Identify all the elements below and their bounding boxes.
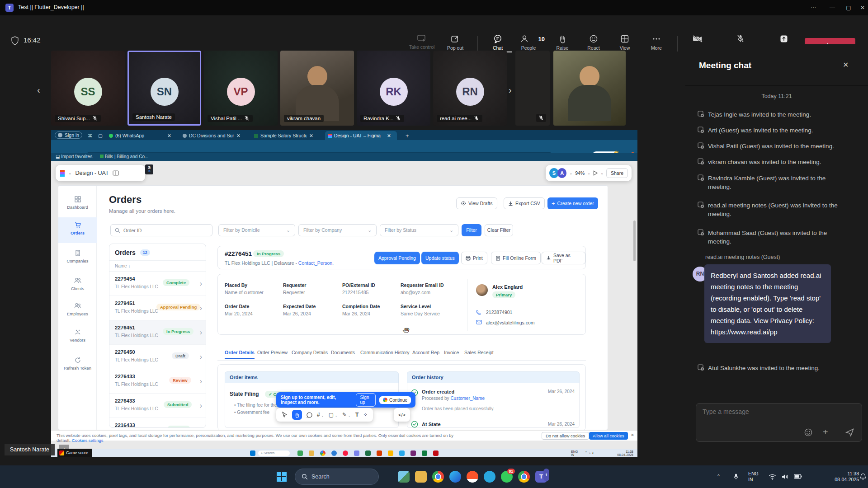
participant-tile-video[interactable]: vikram chavan	[280, 51, 354, 126]
taskbar-icon-chrome[interactable]	[432, 471, 444, 483]
chat-input-box[interactable]: +	[696, 403, 862, 442]
taskbar-icon-chrome-2[interactable]	[518, 471, 530, 483]
component-tool-icon[interactable]: ⁘	[363, 412, 368, 418]
shared-taskbar-icon[interactable]	[309, 450, 314, 456]
shared-taskbar-icon[interactable]	[433, 450, 439, 456]
tab-close-icon[interactable]: ✕	[309, 133, 313, 138]
maximize-button[interactable]: ▢	[842, 4, 855, 12]
tab-close-icon[interactable]: ✕	[236, 133, 241, 138]
create-new-order-button[interactable]: +Create new order	[547, 197, 598, 209]
participant-tile[interactable]: RK Ravindra K...	[357, 51, 430, 126]
filter-button[interactable]: Filter	[462, 224, 481, 236]
cookies-settings-link[interactable]: Cookies settings	[72, 438, 104, 443]
list-column-header[interactable]: Name ↓	[109, 260, 206, 272]
tab-company-details[interactable]: Company Details	[292, 350, 328, 355]
sidebar-item-clients[interactable]: Clients	[58, 277, 97, 291]
print-button[interactable]: Print	[461, 252, 487, 264]
tab-account-rep[interactable]: Account Rep	[412, 350, 439, 355]
tab-order-details[interactable]: Order Details	[225, 350, 255, 359]
tray-mic-icon[interactable]	[732, 473, 740, 481]
browser-tab-active[interactable]: Design - UAT – Figma✕	[325, 131, 397, 140]
contact-person-link[interactable]: Contact_Person.	[298, 260, 334, 266]
tiles-scroll-left-icon[interactable]: ‹	[37, 85, 40, 95]
filter-company-select[interactable]: Filter by Company⌄	[298, 224, 377, 236]
attach-plus-icon[interactable]: +	[823, 427, 828, 437]
taskbar-icon-whatsapp[interactable]: 81	[501, 471, 513, 483]
chat-button[interactable]: Chat	[483, 34, 512, 52]
participant-tile-video[interactable]	[553, 51, 626, 126]
browser-tab[interactable]: DC Divisions and Surroundings✕	[180, 131, 246, 140]
contact-email[interactable]: alex@vstatefilings.com	[486, 320, 535, 325]
order-id-input[interactable]	[123, 228, 200, 233]
shared-taskbar-icon[interactable]	[320, 450, 326, 456]
tray-language[interactable]: ENGIN	[748, 471, 759, 483]
shared-taskbar-icon[interactable]	[297, 450, 303, 456]
order-row[interactable]: 2276433 TL Flex Holdings LLC Review ›	[109, 369, 206, 394]
order-id-search[interactable]	[110, 224, 212, 236]
figma-menu-chevron-icon[interactable]: ⌄	[68, 171, 72, 175]
fill-online-form-button[interactable]: Fill Online Form	[491, 252, 541, 264]
minimize-button[interactable]: —	[826, 4, 839, 12]
shared-taskbar-icon[interactable]	[354, 450, 359, 456]
hand-tool-icon-active[interactable]	[292, 410, 302, 420]
figma-share-button[interactable]: Share	[606, 168, 628, 178]
shape-tool-icon[interactable]: ▢ ⌄	[329, 412, 338, 418]
tray-battery-icon[interactable]	[794, 474, 802, 479]
taskbar-icon-explorer[interactable]	[415, 471, 427, 483]
raise-hand-button[interactable]: Raise	[548, 34, 577, 51]
allow-cookies-button[interactable]: Allow all cookies	[589, 432, 628, 440]
new-tab-icon[interactable]: +	[403, 131, 412, 140]
sidebar-item-employees[interactable]: Employees	[58, 302, 97, 316]
participant-tile[interactable]: VP Vishal Patil ...	[204, 51, 278, 126]
shared-taskbar-icon[interactable]	[388, 450, 393, 456]
sidebar-item-vendors[interactable]: Vendors	[58, 328, 97, 343]
approval-pending-button[interactable]: Approval Pending	[374, 252, 420, 264]
bookmark-item[interactable]: Bills | Billing and Co...	[100, 154, 148, 159]
comment-tool-icon[interactable]	[307, 412, 312, 418]
workspaces-icon[interactable]: ⌘	[85, 131, 95, 140]
taskbar-icon-telegram[interactable]	[484, 471, 495, 483]
export-csv-button[interactable]: Export CSV	[504, 197, 545, 209]
sidebar-item-companies[interactable]: Companies	[58, 249, 97, 263]
tab-sales-receipt[interactable]: Sales Receipt	[464, 350, 494, 355]
view-drafts-button[interactable]: View Drafts	[456, 197, 497, 209]
taskbar-icon-edge[interactable]	[449, 471, 461, 483]
tab-actions-icon[interactable]: ▢	[95, 131, 105, 140]
pen-tool-icon[interactable]: ✎ ⌄	[342, 412, 351, 418]
chat-close-icon[interactable]: ✕	[843, 61, 849, 69]
shared-taskbar-icon[interactable]	[410, 450, 416, 456]
tab-close-icon[interactable]: ✕	[387, 133, 391, 138]
participant-tile-speaking[interactable]: SN Santosh Narate	[127, 51, 201, 126]
clear-filter-button[interactable]: Clear Filter	[485, 224, 513, 236]
shared-taskbar-icon[interactable]	[377, 450, 382, 456]
cookie-close-icon[interactable]: ✕	[631, 432, 634, 437]
send-icon[interactable]	[845, 428, 854, 437]
browser-tab[interactable]: Sample Salary Structure with calc✕	[251, 131, 319, 140]
more-button[interactable]: More	[642, 34, 671, 51]
react-button[interactable]: React	[579, 34, 608, 51]
order-row-selected[interactable]: 2276451 TL Flex Holdings LLC In Progress…	[109, 320, 206, 345]
tray-expand-icon[interactable]: ⌃	[717, 474, 721, 479]
canvas-scrollbar[interactable]	[633, 221, 636, 261]
tiles-scroll-right-icon[interactable]: ›	[509, 85, 512, 95]
present-chevron-icon[interactable]: ⌄	[600, 171, 604, 175]
tab-communication-history[interactable]: Communication History	[360, 350, 410, 355]
customer-name-link[interactable]: Customer_Name	[450, 396, 485, 401]
layout-icon[interactable]	[113, 170, 119, 176]
participant-tile-partial[interactable]	[515, 51, 550, 126]
deny-cookies-button[interactable]: Do not allow cookies	[542, 432, 589, 440]
contact-phone[interactable]: 2123874901	[486, 310, 512, 315]
shared-taskbar-icon[interactable]	[422, 450, 427, 456]
zoom-level[interactable]: 94%	[575, 170, 585, 176]
chat-message-input[interactable]	[703, 408, 829, 415]
taskbar-search[interactable]: Search	[295, 469, 379, 485]
shared-search-pill[interactable]: ⌕ Search	[258, 450, 290, 456]
dev-mode-toggle[interactable]: </>	[394, 408, 410, 422]
shared-taskbar-icon[interactable]	[331, 450, 337, 456]
close-button[interactable]: ✕	[857, 4, 868, 12]
sidebar-item-dashboard[interactable]: Dashboard	[58, 196, 97, 210]
shared-taskbar-icon[interactable]	[343, 450, 348, 456]
tab-close-icon[interactable]: ✕	[167, 133, 171, 138]
browser-tab[interactable]: (6) WhatsApp✕	[106, 131, 177, 140]
sidebar-item-refresh-token[interactable]: Refresh Token	[58, 357, 97, 371]
